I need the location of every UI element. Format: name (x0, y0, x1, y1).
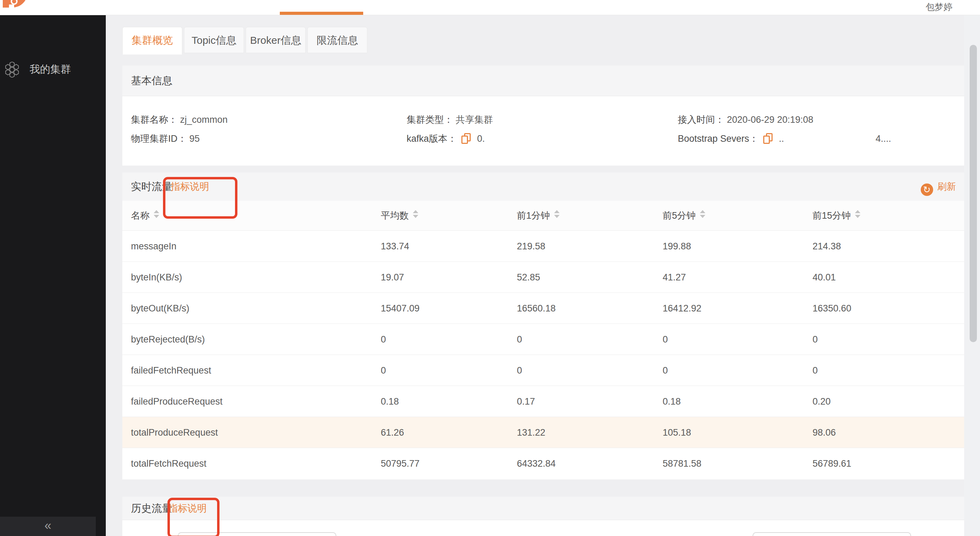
sort-carets-icon[interactable] (554, 210, 560, 218)
table-row: byteOut(KB/s) 15407.09 16560.18 16412.92… (123, 292, 964, 324)
metric-avg: 133.74 (381, 231, 409, 262)
honeycomb-icon (4, 62, 20, 78)
metric-avg: 61.26 (381, 417, 404, 448)
metric-15min: 40.01 (813, 262, 836, 293)
table-row: failedFetchRequest 0 0 0 0 (123, 354, 964, 386)
metric-name: failedFetchRequest (131, 355, 211, 386)
sidebar: 我的集群 « (0, 15, 106, 536)
top-bar: 包梦婷 (0, 0, 980, 15)
metric-1min: 52.85 (517, 262, 540, 293)
metric-15min: 56789.61 (813, 448, 851, 479)
field-bootstrap-servers: Bootstrap Severs： .. 4.... (678, 129, 784, 148)
metric-name: totalFetchRequest (131, 448, 207, 479)
metric-5min: 0 (663, 324, 668, 355)
metric-1min: 131.22 (517, 417, 546, 448)
metric-avg: 19.07 (381, 262, 404, 293)
realtime-traffic-card: 实时流量 指标说明 ↻刷新 名称 平均数 前1分钟 前5分钟 前15分钟 mes… (123, 172, 964, 479)
sidebar-item-label: 我的集群 (30, 53, 71, 85)
tab-topic-info[interactable]: Topic信息 (184, 27, 244, 53)
metric-15min: 16350.60 (813, 293, 851, 324)
sidebar-collapse-button[interactable]: « (0, 517, 96, 536)
column-header-15min[interactable]: 前15分钟 (813, 201, 861, 230)
metric-name: totalProduceRequest (131, 417, 218, 448)
metric-5min: 0.18 (663, 386, 681, 417)
sort-carets-icon[interactable] (700, 210, 705, 218)
table-row: messageIn 133.74 219.58 199.88 214.38 (123, 230, 964, 262)
table-row: failedProduceRequest 0.18 0.17 0.18 0.20 (123, 386, 964, 417)
copy-icon[interactable] (461, 133, 471, 144)
sort-carets-icon[interactable] (413, 210, 418, 218)
metric-1min: 0 (517, 324, 522, 355)
column-header-1min[interactable]: 前1分钟 (517, 201, 560, 230)
field-physical-id: 物理集群ID： 95 (131, 129, 200, 148)
section-title-basic-info: 基本信息 (131, 65, 172, 96)
metric-5min: 41.27 (663, 262, 686, 293)
section-title-realtime: 实时流量 (131, 172, 172, 201)
tab-cluster-overview[interactable]: 集群概览 (123, 27, 182, 54)
metric-15min: 0 (813, 355, 818, 386)
column-header-5min[interactable]: 前5分钟 (663, 201, 705, 230)
cluster-tabs: 集群概览 Topic信息 Broker信息 限流信息 (123, 27, 369, 54)
table-row: byteRejected(B/s) 0 0 0 0 (123, 324, 964, 355)
metric-1min: 0 (517, 355, 522, 386)
collapse-icon: « (45, 518, 51, 533)
metric-avg: 0 (381, 355, 386, 386)
field-cluster-type: 集群类型： 共享集群 (407, 110, 493, 129)
history-control-group[interactable] (178, 532, 336, 536)
metric-5min: 16412.92 (663, 293, 702, 324)
refresh-button[interactable]: ↻刷新 (921, 172, 956, 201)
table-row: byteIn(KB/s) 19.07 52.85 41.27 40.01 (123, 262, 964, 293)
metric-5min: 199.88 (663, 231, 691, 262)
metric-15min: 214.38 (813, 231, 841, 262)
field-cluster-name: 集群名称： zj_common (131, 110, 228, 129)
metric-avg: 50795.77 (381, 448, 420, 479)
metric-1min: 16560.18 (517, 293, 556, 324)
section-title-history: 历史流量 (131, 497, 172, 520)
metric-name: messageIn (131, 231, 177, 262)
metric-5min: 0 (663, 355, 668, 386)
tab-throttle-info[interactable]: 限流信息 (307, 27, 368, 53)
metric-1min: 0.17 (517, 386, 535, 417)
scrollbar-track[interactable] (964, 15, 980, 536)
basic-info-card: 基本信息 集群名称： zj_common 集群类型： 共享集群 接入时间： 20… (123, 65, 964, 166)
column-header-avg[interactable]: 平均数 (381, 201, 418, 230)
metric-5min: 105.18 (663, 417, 691, 448)
metric-name: byteOut(KB/s) (131, 293, 189, 324)
metric-15min: 0 (813, 324, 818, 355)
metric-avg: 0 (381, 324, 386, 355)
column-header-name[interactable]: 名称 (131, 201, 159, 230)
table-row: totalFetchRequest 50795.77 64332.84 5878… (123, 448, 964, 479)
metric-name: byteRejected(B/s) (131, 324, 205, 355)
sort-carets-icon[interactable] (154, 210, 159, 218)
metric-5min: 58781.58 (663, 448, 702, 479)
scrollbar-thumb[interactable] (970, 45, 977, 342)
history-traffic-card: 历史流量 指标说明 (123, 497, 964, 536)
metric-avg: 15407.09 (381, 293, 420, 324)
metric-name: byteIn(KB/s) (131, 262, 182, 293)
sidebar-item-my-clusters[interactable]: 我的集群 (0, 53, 106, 85)
user-name[interactable]: 包梦婷 (926, 0, 953, 15)
metric-name: failedProduceRequest (131, 386, 223, 417)
metric-15min: 0.20 (813, 386, 831, 417)
table-header-row: 名称 平均数 前1分钟 前5分钟 前15分钟 (123, 201, 964, 230)
active-nav-underline (280, 12, 363, 15)
metric-avg: 0.18 (381, 386, 399, 417)
field-access-time: 接入时间： 2020-06-29 20:19:08 (678, 110, 813, 129)
metric-doc-link[interactable]: 指标说明 (170, 172, 209, 201)
refresh-icon: ↻ (921, 183, 933, 196)
table-row-highlighted: totalProduceRequest 61.26 131.22 105.18 … (123, 417, 964, 448)
copy-icon[interactable] (763, 133, 773, 144)
tab-broker-info[interactable]: Broker信息 (246, 27, 305, 53)
metric-1min: 219.58 (517, 231, 546, 262)
metric-15min: 98.06 (813, 417, 836, 448)
app-logo-icon[interactable] (0, 0, 31, 15)
metric-1min: 64332.84 (517, 448, 556, 479)
metric-doc-link[interactable]: 指标说明 (168, 497, 207, 520)
history-control-group[interactable] (752, 532, 911, 536)
sort-carets-icon[interactable] (855, 210, 861, 218)
field-kafka-version: kafka版本： 0. (407, 129, 485, 148)
